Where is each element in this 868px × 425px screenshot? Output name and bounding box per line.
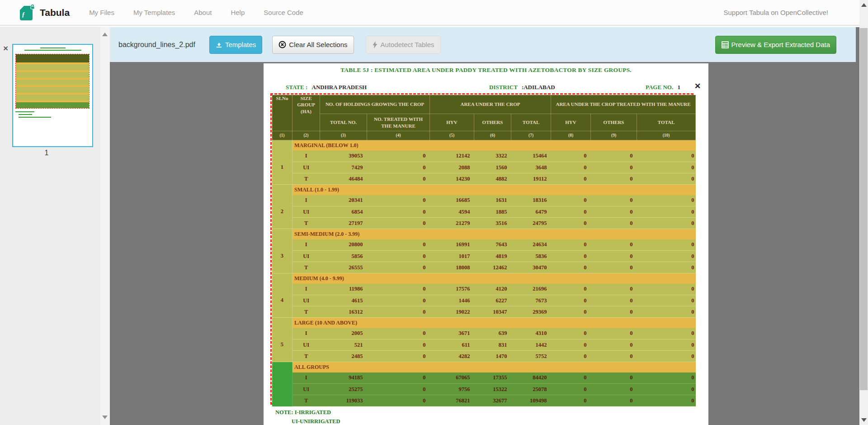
value-cell: 3648	[511, 162, 551, 173]
table-row: 3I20800016991764324634000	[272, 239, 696, 251]
sidebar-scroll-up-icon[interactable]	[102, 33, 108, 36]
nav-item-source-code[interactable]: Source Code	[254, 9, 313, 16]
table-selection-box[interactable]: SLNoSIZE GROUP (HA)NO. OF HOLDINGS GROWI…	[270, 93, 693, 405]
group-label-row: ALL GROUPS	[272, 362, 696, 372]
column-header: NO. OF HOLDINGS GROWING THE CROP	[320, 95, 430, 114]
thumbnail-page-number: 1	[0, 149, 93, 157]
nav-item-help[interactable]: Help	[221, 9, 254, 16]
value-cell: 1560	[474, 162, 511, 173]
value-cell: 1446	[430, 295, 474, 306]
value-cell: 0	[367, 328, 430, 339]
autodetect-tables-button[interactable]: Autodetect Tables	[366, 36, 441, 54]
value-cell: 0	[637, 195, 696, 206]
remove-file-icon[interactable]: ×	[3, 44, 8, 53]
row-type-cell: T	[292, 262, 320, 273]
value-cell: 39053	[320, 151, 367, 162]
value-cell: 18008	[430, 262, 474, 273]
row-type-cell: I	[292, 195, 320, 206]
preview-export-button[interactable]: Preview & Export Extracted Data	[715, 36, 836, 54]
value-cell: 4882	[474, 173, 511, 185]
value-cell: 0	[367, 284, 430, 295]
support-link[interactable]: Support Tabula on OpenCollective!	[723, 9, 828, 16]
group-label-row: MEDIUM (4.0 - 9.99)	[272, 273, 696, 284]
value-cell: 0	[637, 372, 696, 384]
value-cell: 25275	[320, 384, 367, 395]
value-cell: 0	[551, 339, 591, 351]
templates-button[interactable]: Templates	[209, 36, 262, 54]
value-cell: 30470	[511, 262, 551, 273]
value-cell: 0	[551, 372, 591, 384]
table-row: UI74290208815603648000	[272, 162, 696, 173]
value-cell: 0	[637, 295, 696, 306]
nav-menu: My Files My Templates About Help Source …	[80, 9, 313, 16]
value-cell: 7643	[474, 239, 511, 251]
sidebar-scroll-down-icon[interactable]	[102, 415, 108, 419]
value-cell: 94185	[320, 372, 367, 384]
column-number: (3)	[320, 131, 367, 140]
group-label: SEMI-MEDIUM (2.0 - 3.99)	[292, 229, 696, 239]
scroll-up-icon[interactable]	[861, 3, 867, 7]
selection-close-icon[interactable]: ✕	[694, 82, 701, 90]
group-label-row: SEMI-MEDIUM (2.0 - 3.99)	[272, 229, 696, 239]
value-cell: 29369	[511, 306, 551, 318]
value-cell: 0	[591, 206, 637, 218]
value-cell: 0	[367, 339, 430, 351]
scrollbar-thumb[interactable]	[860, 28, 868, 390]
page-scrollbar[interactable]	[859, 0, 868, 425]
value-cell: 0	[551, 239, 591, 251]
value-cell: 76821	[430, 395, 474, 406]
nav-item-about[interactable]: About	[184, 9, 221, 16]
row-type-cell: I	[292, 372, 320, 384]
lightning-bolt-icon	[372, 41, 378, 48]
page-thumbnail[interactable]	[12, 44, 93, 147]
sub-column-header: TOTAL	[511, 114, 551, 131]
lock-icon	[30, 4, 35, 10]
value-cell: 0	[637, 251, 696, 262]
value-cell: 0	[551, 328, 591, 339]
column-header: SIZE GROUP (HA)	[292, 95, 320, 131]
value-cell: 4310	[511, 328, 551, 339]
slno-cell	[272, 185, 292, 195]
row-type-cell: T	[292, 218, 320, 229]
table-grid-icon	[722, 41, 729, 48]
value-cell: 0	[367, 351, 430, 362]
clear-all-selections-button[interactable]: Clear All Selections	[272, 36, 354, 54]
table-row: 1I39053012142332215464000	[272, 151, 696, 162]
value-cell: 0	[591, 262, 637, 273]
value-cell: 7429	[320, 162, 367, 173]
sub-column-header: HYV	[551, 114, 591, 131]
value-cell: 0	[591, 306, 637, 318]
value-cell: 0	[551, 295, 591, 306]
sidebar-scrollbar[interactable]	[100, 27, 110, 425]
page-thumbnail-preview	[13, 45, 92, 146]
column-header: AREA UNDER THE CROP	[430, 95, 551, 114]
value-cell: 46484	[320, 173, 367, 185]
value-cell: 0	[367, 239, 430, 251]
value-cell: 0	[591, 372, 637, 384]
row-type-cell: T	[292, 173, 320, 185]
column-header: SLNo	[272, 95, 292, 131]
value-cell: 0	[551, 284, 591, 295]
nav-item-my-templates[interactable]: My Templates	[124, 9, 184, 16]
tabula-logo-icon[interactable]: ƒ	[20, 4, 35, 21]
scroll-down-icon[interactable]	[861, 418, 867, 422]
nav-item-my-files[interactable]: My Files	[80, 9, 124, 16]
value-cell: 0	[367, 306, 430, 318]
value-cell: 0	[367, 195, 430, 206]
table-row: 2I20341016685163118316000	[272, 195, 696, 206]
table-row: UI25275097561532225078000	[272, 384, 696, 395]
value-cell: 831	[474, 339, 511, 351]
value-cell: 20800	[320, 239, 367, 251]
value-cell: 611	[430, 339, 474, 351]
table-row: 5I2005036716394310000	[272, 328, 696, 339]
pdf-page[interactable]: TABLE 5J : ESTIMATED AREA UNDER PADDY TR…	[264, 63, 708, 425]
value-cell: 0	[591, 162, 637, 173]
brand-title[interactable]: Tabula	[40, 7, 70, 18]
value-cell: 0	[551, 306, 591, 318]
slno-value: 5	[272, 328, 292, 362]
value-cell: 0	[551, 151, 591, 162]
value-cell: 18316	[511, 195, 551, 206]
value-cell: 2005	[320, 328, 367, 339]
value-cell: 0	[367, 218, 430, 229]
value-cell: 0	[637, 239, 696, 251]
